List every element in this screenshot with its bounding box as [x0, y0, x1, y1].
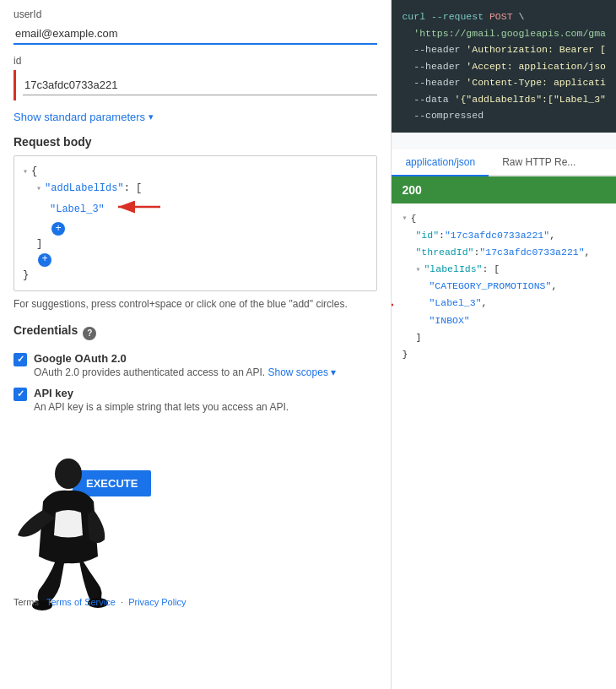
- json-editor: ▾ { ▾ "addLabelIds" : [ "Label_3": [14, 155, 377, 291]
- red-arrow-label3: [111, 198, 162, 222]
- rj-line-open: ▾ {: [402, 210, 606, 227]
- json-line-close-brace: }: [23, 267, 368, 284]
- credentials-header: Credentials ?: [14, 323, 377, 344]
- json-line-open-brace: ▾ {: [23, 163, 368, 180]
- curl-block: curl --request POST \ 'https://gmail.goo…: [392, 0, 616, 133]
- json-value-label3[interactable]: "Label_3": [50, 201, 105, 218]
- rj-line-id: "id" : "17c3afdc0733a221" ,: [402, 227, 606, 244]
- id-field-group: id: [14, 55, 377, 100]
- apikey-desc: An API key is a simple string that lets …: [34, 401, 377, 413]
- add-circle-after-array[interactable]: +: [38, 253, 51, 267]
- curl-line-7: --compressed: [402, 107, 606, 124]
- rj-line-inbox: "INBOX": [402, 312, 606, 329]
- oauth-desc: OAuth 2.0 provides authenticated access …: [34, 366, 377, 378]
- rj-toggle-labelids[interactable]: ▾: [415, 263, 420, 278]
- chevron-down-icon: ▾: [149, 111, 154, 122]
- oauth-credential-item: ✓ Google OAuth 2.0 OAuth 2.0 provides au…: [14, 352, 377, 378]
- terms-link[interactable]: Terms of Service: [46, 597, 116, 607]
- oauth-content: Google OAuth 2.0 OAuth 2.0 provides auth…: [34, 352, 377, 378]
- id-label: id: [14, 55, 377, 67]
- svg-point-2: [55, 458, 82, 489]
- rj-line-close-bracket: ]: [402, 329, 606, 346]
- response-json: ▾ { "id" : "17c3afdc0733a221" , "threadI…: [392, 203, 616, 689]
- apikey-title: API key: [34, 387, 377, 399]
- json-line-add-inside: +: [23, 222, 368, 236]
- tab-raw-http[interactable]: Raw HTTP Re...: [489, 149, 589, 176]
- response-tabs: application/json Raw HTTP Re...: [392, 149, 616, 176]
- json-line-label3: "Label_3": [23, 198, 368, 222]
- tab-application-json[interactable]: application/json: [392, 149, 489, 176]
- rj-line-label3-response: "Label_3" ,: [402, 295, 606, 312]
- add-circle-inside[interactable]: +: [51, 222, 65, 236]
- json-toggle-brace[interactable]: ▾: [23, 165, 28, 179]
- json-toggle-array[interactable]: ▾: [36, 182, 41, 196]
- hint-text: For suggestions, press control+space or …: [14, 298, 377, 310]
- id-input[interactable]: [23, 75, 378, 95]
- curl-line-2: 'https://gmail.googleapis.com/gma: [402, 25, 606, 42]
- apikey-checkbox[interactable]: ✓: [14, 388, 27, 401]
- rj-toggle-root[interactable]: ▾: [402, 211, 407, 226]
- curl-line-6: --data '{"addLabelIds":["Label_3": [402, 91, 606, 108]
- request-body-title: Request body: [14, 135, 377, 149]
- apikey-check-icon: ✓: [17, 388, 24, 399]
- oauth-checkbox[interactable]: ✓: [14, 353, 27, 366]
- json-line-addlabelids: ▾ "addLabelIds" : [: [23, 180, 368, 197]
- left-panel: userId id Show standard parameters ▾ Req…: [0, 0, 392, 689]
- curl-line-5: --header 'Content-Type: applicati: [402, 74, 606, 91]
- show-params-label: Show standard parameters: [14, 111, 145, 123]
- check-icon: ✓: [17, 354, 24, 365]
- userid-field-group: userId: [14, 8, 377, 45]
- curl-line-4: --header 'Accept: application/jso: [402, 58, 606, 75]
- credentials-title: Credentials: [14, 323, 78, 337]
- privacy-link[interactable]: Privacy Policy: [128, 597, 186, 607]
- apikey-content: API key An API key is a simple string th…: [34, 387, 377, 413]
- right-panel: curl --request POST \ 'https://gmail.goo…: [392, 0, 616, 689]
- show-params-link[interactable]: Show standard parameters ▾: [14, 111, 154, 123]
- json-line-close-bracket: ]: [23, 236, 368, 252]
- help-icon[interactable]: ?: [83, 327, 96, 340]
- curl-line-1: curl --request POST \: [402, 8, 606, 25]
- spacer: [392, 133, 616, 149]
- curl-line-3: --header 'Authorization: Bearer [: [402, 41, 606, 58]
- status-bar: 200: [392, 176, 616, 203]
- json-key-addlabelids: "addLabelIds": [45, 180, 124, 197]
- userid-label: userId: [14, 8, 377, 20]
- oauth-title: Google OAuth 2.0: [34, 352, 377, 365]
- json-line-add-after-array: +: [23, 253, 368, 267]
- chevron-down-scopes-icon: ▾: [331, 366, 336, 378]
- apikey-credential-item: ✓ API key An API key is a simple string …: [14, 387, 377, 413]
- rj-line-cat-promo: "CATEGORY_PROMOTIONS" ,: [402, 278, 606, 295]
- userid-input[interactable]: [14, 24, 377, 45]
- show-scopes-link[interactable]: Show scopes ▾: [268, 366, 337, 378]
- red-arrow-response-right: [392, 296, 397, 318]
- footer-links: Terms Terms of Service · Privacy Policy: [14, 597, 186, 607]
- rj-line-close-brace: }: [402, 346, 606, 363]
- rj-line-labelids: ▾ "labelIds" : [: [402, 261, 606, 278]
- person-figure: [14, 455, 123, 616]
- rj-line-threadid: "threadId" : "17c3afdc0733a221" ,: [402, 244, 606, 261]
